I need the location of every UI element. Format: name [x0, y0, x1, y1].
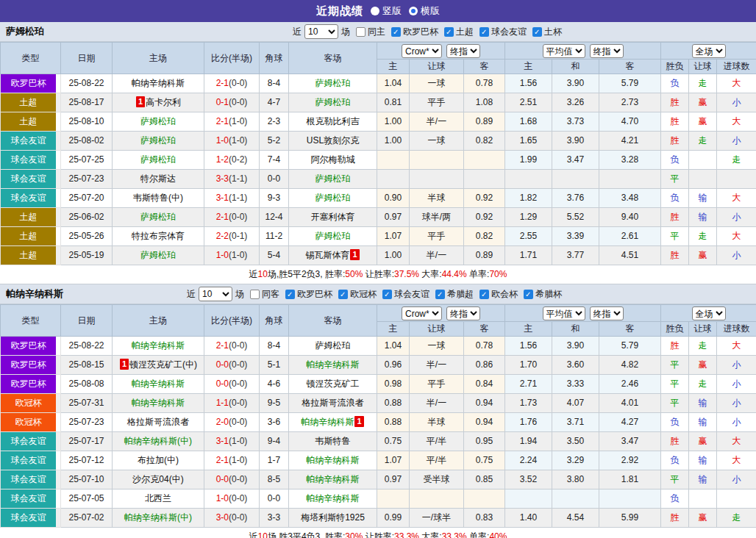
result-outcome: 负 — [661, 413, 689, 432]
score-cell: 1-0(1-0) — [204, 246, 260, 265]
home-team-cell: 帕纳辛纳科斯 — [113, 337, 204, 356]
radio-checked-icon[interactable] — [409, 7, 418, 15]
table-body: 欧罗巴杯25-08-22帕纳辛纳科斯2-1(0-0)8-4萨姆松珀1.04一球0… — [1, 337, 756, 528]
corner-count: 4-7 — [260, 93, 289, 112]
match-date: 25-07-23 — [61, 413, 113, 432]
layout-vertical-option[interactable]: 竖版 — [371, 4, 402, 18]
result-outcome: 胜 — [661, 432, 689, 451]
away-team-cell: 格拉斯哥流浪者 — [289, 394, 377, 413]
league-filter-checkbox[interactable] — [479, 27, 489, 37]
average-odds-value: 2.55 — [505, 227, 552, 246]
near-label: 近 — [293, 26, 302, 38]
match-row: 球会友谊25-07-12布拉加(中)2-1(1-0)1-7帕纳辛纳科斯1.07平… — [1, 451, 756, 470]
layout-horizontal-option[interactable]: 横版 — [409, 4, 440, 18]
summary-segment: 单率: — [467, 531, 490, 538]
away-team-name: 萨姆松珀 — [315, 97, 351, 107]
result-handicap — [689, 489, 717, 509]
corner-count: 12-4 — [260, 208, 289, 227]
match-date: 25-08-08 — [61, 375, 113, 394]
result-handicap: 走 — [689, 337, 717, 356]
score-cell: 2-2(0-1) — [204, 227, 260, 246]
scope-cell: 全场 — [661, 305, 756, 322]
home-team-name: 萨姆松珀 — [140, 154, 176, 165]
home-team-cell: 北西兰 — [113, 489, 204, 509]
match-date: 25-07-31 — [61, 394, 113, 413]
recent-count-select[interactable]: 10 — [304, 24, 338, 39]
score-cell: 2-0(0-0) — [204, 413, 260, 432]
league-filter-checkbox[interactable] — [285, 290, 295, 299]
result-goals: 小 — [717, 246, 756, 265]
fulltime-score: 1-0 — [216, 250, 229, 260]
league-filter-checkbox[interactable] — [338, 290, 348, 299]
same-venue-checkbox[interactable] — [250, 290, 260, 299]
result-goals: 大 — [717, 227, 756, 246]
away-team-cell: 韦斯特鲁 — [289, 432, 377, 451]
result-outcome: 胜 — [661, 337, 689, 356]
fulltime-score: 2-1 — [216, 212, 229, 222]
odds-time-select[interactable]: 终指 — [446, 44, 480, 58]
column-header: 类型 — [1, 305, 61, 337]
odds-value: 0.92 — [464, 208, 505, 227]
column-header: 进球数 — [717, 60, 756, 74]
league-filter-checkbox[interactable] — [479, 290, 489, 299]
fulltime-score: 2-1 — [216, 455, 229, 465]
same-venue-checkbox[interactable] — [356, 27, 365, 37]
odds-value: 半/一 — [410, 394, 464, 413]
match-date: 25-08-15 — [61, 356, 113, 375]
recent-count-select[interactable]: 10 — [199, 287, 232, 301]
home-team-cell: 帕纳辛纳科斯 — [113, 74, 204, 93]
league-type-cell: 土超 — [1, 246, 61, 265]
average-odds-value: 3.90 — [552, 337, 599, 356]
away-team-cell: 萨姆松珀 — [289, 74, 377, 93]
summary-segment: 场,胜3平4负3, 胜率: — [268, 531, 345, 538]
match-date: 25-08-22 — [61, 74, 113, 93]
league-filter-label: 欧罗巴杯 — [403, 26, 438, 38]
home-team-cell: 布拉加(中) — [113, 451, 204, 470]
league-filter-checkbox[interactable] — [435, 290, 445, 299]
fulltime-score: 0-0 — [216, 359, 229, 370]
average-odds-value: 1.40 — [505, 509, 552, 528]
rank-badge: 1 — [354, 416, 363, 427]
radio-unchecked-icon[interactable] — [371, 7, 379, 15]
odds-value: 0.78 — [464, 74, 505, 93]
result-goals: 大 — [717, 74, 756, 93]
odds-time-select[interactable]: 终指 — [446, 306, 480, 320]
home-team-name: 萨姆松珀 — [140, 116, 176, 126]
result-handicap: 输 — [689, 394, 717, 413]
odds-value: 球半/两 — [410, 208, 464, 227]
average-time-select[interactable]: 终指 — [590, 44, 624, 58]
score-cell: 1-0(1-0) — [204, 132, 260, 151]
page-header: 近期战绩 竖版 横版 — [0, 0, 756, 22]
match-date: 25-08-22 — [61, 337, 113, 356]
away-team-name: USL敦刻尔克 — [307, 135, 359, 146]
odds-company-select[interactable]: Crow* — [402, 44, 442, 58]
league-filter-checkbox[interactable] — [532, 27, 542, 37]
average-select[interactable]: 平均值 — [543, 306, 585, 320]
scope-select[interactable]: 全场 — [692, 44, 726, 58]
odds-company-select[interactable]: Crow* — [402, 306, 442, 320]
league-filter-checkbox[interactable] — [382, 290, 392, 299]
league-filter-checkbox[interactable] — [444, 27, 454, 37]
result-outcome: 平 — [661, 394, 689, 413]
odds-value: 0.98 — [377, 375, 410, 394]
odds-value — [377, 489, 410, 509]
league-filter-label: 希腊超 — [447, 288, 474, 301]
average-select[interactable]: 平均值 — [543, 44, 585, 58]
odds-value: 0.83 — [464, 509, 505, 528]
average-odds-value: 3.77 — [552, 246, 599, 265]
halftime-score: (0-0) — [229, 512, 247, 523]
scope-select[interactable]: 全场 — [692, 306, 726, 320]
league-type-cell: 土超 — [1, 208, 61, 227]
league-filter-checkbox[interactable] — [524, 290, 533, 299]
away-team-name: 萨姆松珀 — [315, 78, 351, 88]
odds-value: 一/球半 — [410, 509, 464, 528]
halftime-score: (0-2) — [229, 154, 247, 165]
summary-segment: 37.5% — [394, 269, 419, 279]
average-time-select[interactable]: 终指 — [590, 306, 624, 320]
average-odds-value — [552, 170, 599, 189]
average-odds-value: 2.61 — [599, 227, 661, 246]
column-header: 日期 — [61, 43, 113, 74]
home-team-name: 帕纳辛纳科斯 — [132, 398, 185, 408]
home-team-name: 高卡尔利 — [146, 97, 181, 107]
league-filter-checkbox[interactable] — [391, 27, 401, 37]
